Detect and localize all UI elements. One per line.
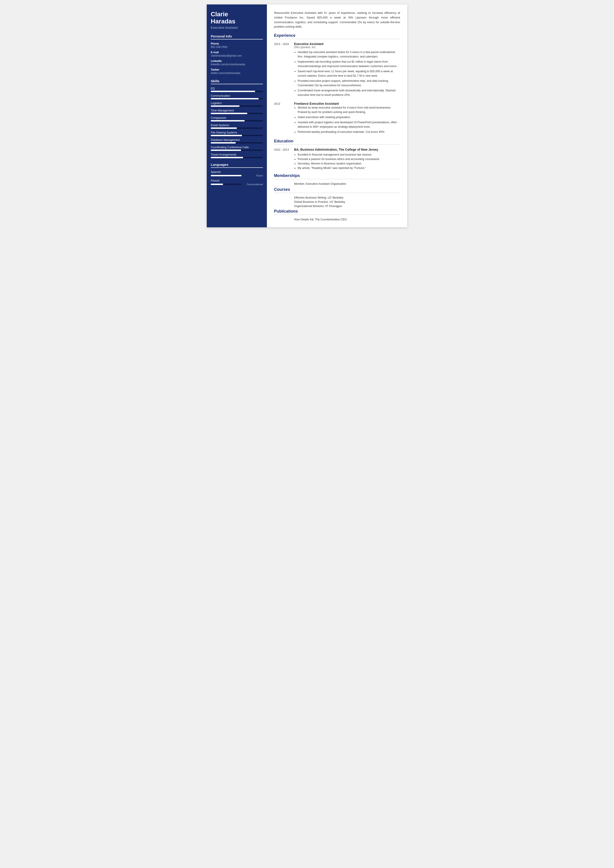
sidebar: Clarie Haradas Executive Assistant Perso… [207, 5, 267, 227]
email-value: clarieharadas@gmail.com [211, 54, 263, 57]
publication-entry: How Details Kill, The Counterintuitive C… [274, 218, 400, 221]
twitter-label: Twitter [211, 68, 263, 71]
course-content: Global Business in Practice, UC Berkeley [294, 200, 345, 203]
skill-bar-fill [211, 113, 247, 114]
education-bullets: Excelled in financial management and bus… [294, 152, 400, 170]
education-entry: 2010 - 2013BA, Business Administration, … [274, 148, 400, 170]
skill-name: Time Management [211, 109, 263, 112]
skills-section-title: Skills [211, 79, 263, 84]
experience-bullet: Handled top executive assistant duties f… [298, 50, 400, 59]
experience-bullet: Aided executives with meeting preparatio… [298, 115, 400, 120]
skill-name: Database Management [211, 138, 263, 141]
experience-bullet: Worked as temp executive assistant for 4… [298, 106, 400, 114]
skill-name: File-Sharing Systems [211, 131, 263, 134]
skill-name: Coordinating Conference Calls [211, 146, 263, 149]
candidate-title: Executive Assistant [211, 26, 263, 30]
memberships-section-title: Memberships [274, 173, 400, 179]
email-label: E-mail [211, 51, 263, 54]
candidate-name: Clarie Haradas [211, 11, 263, 25]
personal-info-section-title: Personal Info [211, 34, 263, 39]
membership-content: Member, Executive Assistant Organization [294, 182, 346, 185]
experience-dates: 2013 - 2018 [274, 42, 290, 98]
publications-section-title: Publications [274, 209, 400, 215]
skill-bar-bg [211, 149, 263, 151]
languages-list: SpanishFluentFrenchConversational [211, 171, 263, 186]
linkedin-value: linkedin.com/in/clarieharadas [211, 63, 263, 66]
phone-value: 862-208-2592 [211, 45, 263, 48]
skill-bar-fill [211, 91, 255, 92]
experience-company: ISN Lipmann, Inc. [294, 46, 400, 49]
course-content: Effective Business Writing, UC Berkeley [294, 196, 343, 199]
skill-bar-bg [211, 120, 263, 121]
language-level: Fluent [243, 174, 263, 177]
experience-job-title: Executive Assistant [294, 42, 400, 46]
experience-bullet: Coordinated travel arrangements both dom… [298, 88, 400, 97]
experience-bullets: Worked as temp executive assistant for 4… [294, 106, 400, 134]
memberships-list: Member, Executive Assistant Organization [274, 182, 400, 185]
publication-spacer [274, 218, 290, 221]
skill-bar-bg [211, 106, 263, 107]
membership-entry: Member, Executive Assistant Organization [274, 182, 400, 185]
education-bullet: My article, "Reading Minds" was reprinte… [298, 166, 400, 170]
publication-content: How Details Kill, The Counterintuitive C… [294, 218, 347, 221]
language-bar-bg [211, 184, 242, 185]
language-name: Spanish [211, 171, 263, 174]
education-bullet: Pursued a passion for business ethics an… [298, 157, 400, 161]
education-content: BA, Business Administration, The College… [294, 148, 400, 170]
main-content: Resourceful Executive Assistant with 5+ … [267, 5, 407, 227]
skill-name: EQ [211, 87, 263, 90]
education-bullet: Secretary, Women in Business student org… [298, 161, 400, 166]
skill-bar-fill [211, 149, 241, 151]
experience-bullet: Provided executive project support, admi… [298, 79, 400, 88]
skill-bar-bg [211, 113, 263, 114]
language-level: Conversational [243, 183, 263, 186]
experience-content: Executive AssistantISN Lipmann, Inc.Hand… [294, 42, 400, 98]
experience-bullets: Handled top executive assistant duties f… [294, 50, 400, 97]
resume-container: Clarie Haradas Executive Assistant Perso… [207, 5, 407, 227]
skill-bar-fill [211, 135, 242, 136]
skills-list: EQCommunicationLogisticsTime ManagementC… [211, 87, 263, 158]
experience-job-title: Freelance Executive Assistant [294, 102, 400, 106]
experience-bullet: Implemented call-recording system that c… [298, 59, 400, 68]
skill-name: Logistics [211, 102, 263, 105]
education-bullet: Excelled in financial management and bus… [298, 152, 400, 157]
skill-name: Compassion [211, 116, 263, 120]
education-list: 2010 - 2013BA, Business Administration, … [274, 148, 400, 170]
membership-spacer [274, 182, 290, 185]
experience-entry: 2013Freelance Executive AssistantWorked … [274, 102, 400, 135]
language-bar-row: Conversational [211, 183, 263, 186]
courses-section-title: Courses [274, 187, 400, 193]
courses-list: Effective Business Writing, UC BerkeleyG… [274, 196, 400, 208]
experience-bullet: Saved each top-level exec 11 hours per w… [298, 69, 400, 78]
experience-bullet: Performed weekly proofreading of executi… [298, 130, 400, 134]
experience-bullet: Assisted with project logistics and deve… [298, 120, 400, 129]
experience-list: 2013 - 2018Executive AssistantISN Lipman… [274, 42, 400, 135]
course-content: Organizational Behavior, IIT Kharagpur [294, 205, 342, 208]
course-spacer [274, 205, 290, 208]
skill-bar-bg [211, 98, 263, 99]
skill-name: Communication [211, 94, 263, 97]
skill-bar-fill [211, 120, 245, 121]
skill-bar-bg [211, 157, 263, 158]
phone-label: Phone [211, 42, 263, 45]
education-section-title: Education [274, 139, 400, 144]
skill-bar-bg [211, 135, 263, 136]
language-name: French [211, 179, 263, 182]
skill-bar-bg [211, 91, 263, 92]
summary-text: Resourceful Executive Assistant with 5+ … [274, 11, 400, 29]
languages-section-title: Languages [211, 163, 263, 168]
skill-bar-fill [211, 142, 236, 143]
skill-name: Email Systems [211, 124, 263, 127]
skill-name: Travel Arrangements [211, 153, 263, 156]
language-bar-fill [211, 175, 242, 176]
experience-entry: 2013 - 2018Executive AssistantISN Lipman… [274, 42, 400, 98]
linkedin-label: LinkedIn [211, 59, 263, 63]
education-degree: BA, Business Administration, The College… [294, 148, 400, 151]
experience-section-title: Experience [274, 33, 400, 39]
course-spacer [274, 200, 290, 203]
experience-content: Freelance Executive AssistantWorked as t… [294, 102, 400, 135]
publications-list: How Details Kill, The Counterintuitive C… [274, 218, 400, 221]
education-dates: 2010 - 2013 [274, 148, 290, 170]
language-bar-row: Fluent [211, 174, 263, 177]
language-bar-bg [211, 175, 242, 176]
